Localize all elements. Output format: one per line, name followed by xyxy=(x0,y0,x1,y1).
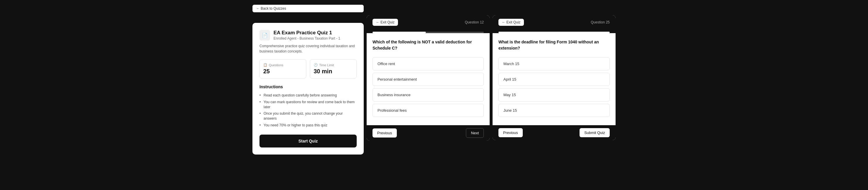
quiz-content-2: Which of the following is NOT a valid de… xyxy=(367,33,490,125)
time-limit-stat: 🕐 Time Limit 30 min xyxy=(310,59,357,79)
answer-option[interactable]: April 15 xyxy=(498,73,610,86)
quiz-panel-3: ← Exit Quiz Question 25 What is the dead… xyxy=(493,5,616,140)
questions-label: 📋 Questions xyxy=(263,63,303,67)
quiz-question-panel-3: ← Exit Quiz Question 25 What is the dead… xyxy=(493,15,616,140)
answer-option[interactable]: Personal entertainment xyxy=(372,73,484,86)
questions-icon: 📋 xyxy=(263,63,267,67)
answer-option[interactable]: Professional fees xyxy=(372,104,484,117)
quiz-footer-3: Previous Submit Quiz xyxy=(493,125,616,140)
instruction-item: You need 70% or higher to pass this quiz xyxy=(259,122,357,129)
question-number-3: Question 25 xyxy=(591,20,610,24)
previous-button-3[interactable]: Previous xyxy=(498,128,523,137)
quiz-icon: 📄 xyxy=(259,30,270,40)
next-button-2[interactable]: Next xyxy=(466,128,484,138)
time-limit-label: 🕐 Time Limit xyxy=(314,63,353,67)
quiz-top-bar-3: ← Exit Quiz Question 25 xyxy=(493,15,616,29)
question-text-3: What is the deadline for filing Form 104… xyxy=(498,39,610,51)
options-list-2: Office rentPersonal entertainmentBusines… xyxy=(372,57,484,117)
progress-area-2 xyxy=(367,29,490,33)
answer-option[interactable]: March 15 xyxy=(498,57,610,71)
start-quiz-button[interactable]: Start Quiz xyxy=(259,135,357,147)
previous-button-2[interactable]: Previous xyxy=(372,129,397,137)
answer-option[interactable]: Office rent xyxy=(372,57,484,71)
exit-quiz-button-2[interactable]: ← Exit Quiz xyxy=(372,19,398,26)
quiz-footer-2: Previous Next xyxy=(367,125,490,141)
questions-stat: 📋 Questions 25 xyxy=(259,59,306,79)
question-text-2: Which of the following is NOT a valid de… xyxy=(372,39,484,51)
instructions-list: Read each question carefully before answ… xyxy=(259,92,357,129)
time-limit-value: 30 min xyxy=(314,68,353,75)
quiz-info-panel: 📄 EA Exam Practice Quiz 1 Enrolled Agent… xyxy=(252,23,364,155)
instruction-item: You can mark questions for review and co… xyxy=(259,99,357,111)
questions-value: 25 xyxy=(263,68,303,75)
instruction-item: Once you submit the quiz, you cannot cha… xyxy=(259,110,357,122)
clock-icon: 🕐 xyxy=(314,63,318,67)
back-to-quizzes-button[interactable]: ← Back to Quizzes xyxy=(252,5,364,12)
progress-area-3 xyxy=(493,29,616,33)
instructions-title: Instructions xyxy=(259,84,357,89)
answer-option[interactable]: June 15 xyxy=(498,104,610,117)
quiz-description: Comprehensive practice quiz covering ind… xyxy=(259,44,357,54)
submit-quiz-button[interactable]: Submit Quiz xyxy=(580,128,610,137)
stats-row: 📋 Questions 25 🕐 Time Limit 30 min xyxy=(259,59,357,79)
exit-quiz-button-3[interactable]: ← Exit Quiz xyxy=(498,19,524,26)
options-list-3: March 15April 15May 15June 15 xyxy=(498,57,610,117)
quiz-header: 📄 EA Exam Practice Quiz 1 Enrolled Agent… xyxy=(259,30,357,40)
question-number-2: Question 12 xyxy=(465,20,484,24)
quiz-top-bar-2: ← Exit Quiz Question 12 xyxy=(367,15,490,29)
quiz-subtitle: Enrolled Agent - Business Taxation Part … xyxy=(274,36,340,40)
quiz-panel-2: ← Exit Quiz Question 12 Which of the fol… xyxy=(367,5,490,141)
quiz-title: EA Exam Practice Quiz 1 xyxy=(274,30,340,36)
answer-option[interactable]: Business insurance xyxy=(372,88,484,102)
answer-option[interactable]: May 15 xyxy=(498,88,610,102)
quiz-content-3: What is the deadline for filing Form 104… xyxy=(493,33,616,125)
instruction-item: Read each question carefully before answ… xyxy=(259,92,357,99)
quiz-question-panel-2: ← Exit Quiz Question 12 Which of the fol… xyxy=(367,15,490,141)
